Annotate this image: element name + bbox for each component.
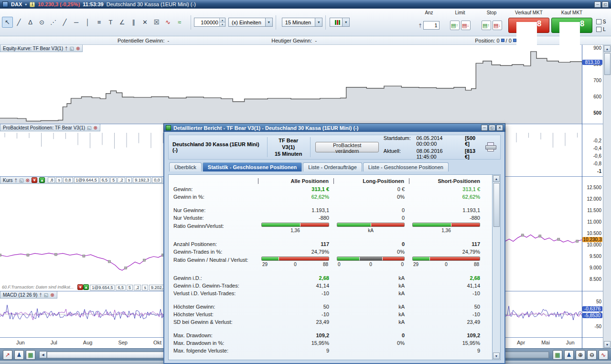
dialog-scrollbar[interactable]: ▲ ▼ [492,175,500,360]
dialog-minimize-icon[interactable]: ─ [481,125,488,131]
close-icon[interactable]: ⊗ [76,46,80,51]
buy-market-button[interactable]: 10.230,8 [551,18,592,33]
symbol-dropdown-icon[interactable]: ▾ [25,2,27,7]
wrench-icon[interactable]: † [65,46,68,51]
quick-buy-icon[interactable]: ▲ [39,177,45,183]
chart-export-icon[interactable]: ↗ [3,350,12,360]
trade-settings-icon[interactable]: † [418,22,421,28]
info-icon[interactable]: i [30,2,35,7]
close-icon[interactable]: ⊗ [50,292,54,298]
quick-buy-icon[interactable]: ▲ [83,284,89,290]
dialog-close-icon[interactable]: ✕ [496,125,503,131]
vertical-scroll-thumb[interactable] [604,53,611,75]
chevron-down-icon[interactable]: ▼ [315,18,322,26]
dialog-body: Deutschland 30 Kassa (1EUR Mini) (-) TF … [163,132,505,364]
buy-stop-icon[interactable]: ▤↑ [482,21,491,30]
table-row: Gewinn-Trades in %:24,79%0%24,79% [173,248,492,256]
chart-style-dropdown[interactable]: ▼ [330,18,350,27]
vertical-line-tool-icon[interactable]: │ [82,17,93,28]
zoom-in-icon[interactable]: ⊕ [576,350,585,360]
parallel-tool-icon[interactable]: ∥ [128,17,139,28]
timeframe-dropdown[interactable]: 15 Minuten ▼ [282,18,322,27]
ratio-bar-cell: 29088 [409,257,485,267]
row-label: Gewinn i.D.: [173,275,258,281]
sell-market-button[interactable]: 10.229,8 [508,18,549,33]
order-quantity-input[interactable] [423,21,439,30]
spinner-down-icon[interactable]: ▼ [220,22,225,27]
grid-view-icon[interactable]: ▦ [553,350,562,360]
cursor-tool-icon[interactable]: ↖ [2,17,13,28]
scroll-up-icon[interactable]: ▲ [604,45,611,52]
segment-tool-icon[interactable]: ─ [71,17,82,28]
account-icon[interactable]: ♟ [564,350,574,360]
units-dropdown[interactable]: (x) Einheiten ▼ [228,18,273,27]
tab-3[interactable]: Liste - Geschlossene Positionen [363,162,449,171]
window-icon[interactable]: ◱ [44,292,48,298]
zigzag-tool-icon[interactable]: ∿ [162,17,173,28]
dialog-maximize-icon[interactable]: ◱ [489,125,495,131]
scroll-down-icon[interactable]: ▼ [493,353,500,359]
indicator-chart-icon[interactable]: ∿ [599,350,608,360]
tab-0[interactable]: Überblick [169,162,202,171]
zoom-out-icon[interactable]: ⊖ [587,350,597,360]
print-icon[interactable] [485,142,496,152]
cell-value: -10 [258,311,334,317]
vertical-scrollbar[interactable]: ▲ ▼ [603,45,611,348]
drawing-tools: ↖╱Δ⊙⋰╱─│≡T∠∥✕☒∿≈ [2,17,185,28]
quantity-input[interactable] [194,20,219,25]
spinner-up-icon[interactable]: ▲ [220,18,225,22]
column-header-1: Long-Positionen [334,178,409,184]
wrench-icon[interactable]: † [39,292,42,298]
tab-2[interactable]: Liste - Orderaufträge [303,162,362,171]
chevron-down-icon[interactable]: ▼ [342,18,349,26]
window-icon[interactable]: ◱ [87,125,91,130]
chevron-down-icon[interactable]: ▼ [265,18,272,26]
sell-limit-icon[interactable]: ▤↓ [461,21,471,30]
today-profit-label: Heutiger Gewinn: [271,38,312,43]
scroll-down-icon[interactable]: ▼ [604,341,611,348]
long-checkbox[interactable] [596,27,601,32]
fibonacci-tool-icon[interactable]: ≡ [94,17,105,28]
sell-stop-icon[interactable]: ▤↓ [493,21,502,30]
maximize-icon[interactable]: ◱ [602,1,609,8]
angle-tool-icon[interactable]: ∠ [117,17,128,28]
close-icon[interactable]: ⊗ [26,178,30,183]
red-segment [300,223,329,226]
quick-sell-icon[interactable]: ▼ [32,177,37,183]
sell-price-decimal: 8 [537,20,541,28]
trendline-tool-icon[interactable]: ╱ [59,17,70,28]
close-icon[interactable]: ⊗ [94,125,97,130]
buy-limit-icon[interactable]: ▤↑ [450,21,460,30]
point-line-tool-icon[interactable]: ⋰ [48,17,59,28]
text-tool-icon[interactable]: T [105,17,116,28]
scissors-tool-icon[interactable]: ✕ [139,17,150,28]
short-checkbox[interactable] [596,19,601,24]
minimize-icon[interactable]: ─ [594,1,601,8]
dialog-scroll-thumb[interactable] [493,183,500,227]
cell-value: kA [334,311,409,317]
scroll-left-icon[interactable]: ◀ [39,351,47,358]
quick-sell-icon[interactable]: ▼ [77,284,83,290]
alarm-tool-icon[interactable]: Δ [25,17,36,28]
window-icon[interactable]: ◱ [19,178,23,183]
trash-tool-icon[interactable]: ☒ [151,17,162,28]
dialog-titlebar[interactable]: Detaillierter Bericht - TF Bear V3(1) - … [163,123,505,132]
ruler-tool-icon[interactable]: ╱ [13,17,24,28]
quote-token: ,2 [134,285,141,290]
window-icon[interactable]: ◱ [70,46,74,51]
change-backtest-button[interactable]: ProBacktest verändern [315,142,378,152]
zoom-tool-icon[interactable]: ⊙ [36,17,47,28]
wrench-icon[interactable]: † [15,178,18,183]
scroll-up-icon[interactable]: ▲ [493,175,500,182]
quantity-box: ▲ ▼ [194,18,225,27]
probacktest-panel-title: ProBacktest Positionen: TF Bear V3(1) ◱ … [0,124,100,131]
axis-tick-label: 8.500 [590,277,601,282]
tab-1[interactable]: Statistik - Geschlossene Positionen [203,162,302,171]
quantity-spinner[interactable]: ▲ ▼ [219,18,225,27]
transaction-note: 60.F.Transaction: Daten sind Indikat... [2,285,74,289]
pattern-tool-icon[interactable]: ≈ [174,17,185,28]
grid-view-icon[interactable]: ▦ [26,350,35,360]
account-icon[interactable]: ♟ [14,350,24,360]
timeframe-dropdown-value: 15 Minuten [285,20,315,25]
equity-curve-panel[interactable]: Equity-Kurve: TF Bear V3(1) † ◱ ⊗ [0,45,582,124]
